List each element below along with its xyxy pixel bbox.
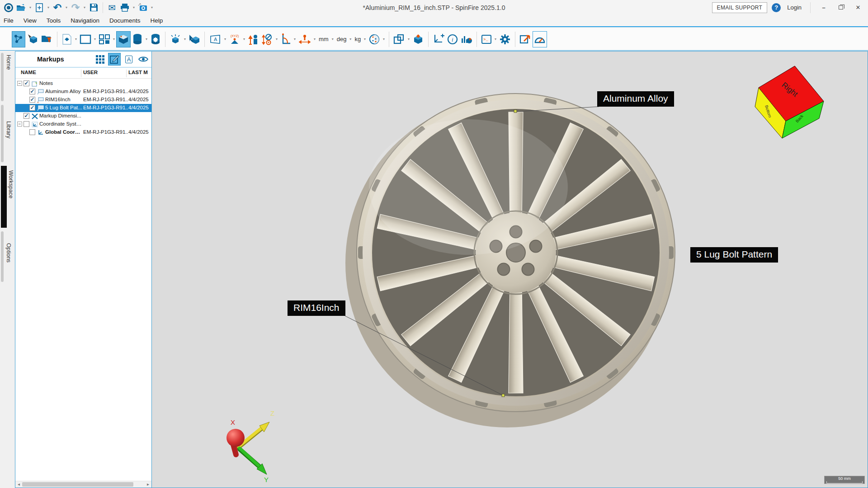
redo-dropdown[interactable]: ▾ [82,5,87,9]
tree-row-coordinate-systems[interactable]: − Coordinate Syste... [15,120,151,128]
save-button[interactable] [88,2,99,14]
email-support-button[interactable]: EMAIL SUPPORT [712,2,768,13]
column-user[interactable]: USER [83,70,98,75]
column-divider[interactable] [126,70,127,77]
geometry-cylinder-button[interactable] [131,31,144,47]
aluminum-checkbox[interactable]: ✓ [29,89,35,94]
rim16-checkbox[interactable]: ✓ [29,97,35,103]
tree-row-notes[interactable]: − ✓ Notes [15,80,151,88]
print-button[interactable] [119,2,131,14]
tree-row-markup-dimensions[interactable]: ✓ Markup Dimensi... [15,112,151,120]
console-dropdown[interactable]: ▾ [493,37,498,41]
3d-viewport[interactable]: Right Bottom Back X Z Y Aluminum Alloy 5 [152,51,868,488]
login-button[interactable]: Login [785,4,803,11]
app-logo-button[interactable] [3,2,14,14]
collapse-expander-icon[interactable]: − [17,81,22,86]
snapshot-button[interactable] [137,2,149,14]
restore-button[interactable] [835,2,847,13]
unit-mass-dropdown[interactable]: ▾ [363,37,367,41]
unit-angle-dropdown[interactable]: ▾ [348,37,353,41]
distance-dropdown[interactable]: ▾ [312,37,317,41]
menu-documents[interactable]: Documents [109,17,140,24]
tab-home[interactable]: Home [0,51,15,103]
redo-button[interactable]: ↷ [70,2,81,14]
unit-angle-label[interactable]: deg [335,36,349,42]
annotation-dropdown[interactable]: ▾ [223,37,227,41]
scrollbar-thumb[interactable] [22,482,133,487]
annotation-rim16inch[interactable]: RIM16Inch [288,300,345,316]
compare-documents-button[interactable] [392,31,406,47]
markup-grid-view-button[interactable] [94,53,106,66]
menu-view[interactable]: View [24,17,37,24]
info-button[interactable]: i [446,31,459,47]
lug-checkbox[interactable]: ✓ [29,105,35,111]
settings-button[interactable] [498,31,512,47]
wheel-3d-model[interactable]: Right Bottom Back X Z Y [152,52,868,488]
background-dropdown[interactable]: ▾ [93,37,97,41]
undo-dropdown[interactable]: ▾ [64,5,69,9]
annotation-aluminum-alloy[interactable]: Aluminum Alloy [597,91,674,107]
snapshot-dropdown[interactable]: ▾ [150,5,154,9]
dimensions-checkbox[interactable]: ✓ [24,113,29,119]
help-button[interactable]: ? [772,3,781,12]
markup-visibility-button[interactable] [137,53,150,66]
coordinate-dropdown[interactable]: ▾ [242,37,246,41]
global-coord-checkbox[interactable] [29,129,35,135]
tab-options[interactable]: Options [0,230,15,284]
new-dropdown[interactable]: ▾ [46,5,51,9]
new-document-button[interactable] [33,2,45,14]
scroll-right-arrow[interactable]: ▸ [145,481,151,488]
add-coordinate-system-button[interactable] [431,31,446,47]
viewport-layout-button[interactable] [97,31,112,47]
collapse-expander-icon[interactable]: − [17,122,22,127]
markup-edit-mode-button[interactable] [108,53,121,66]
menu-tools[interactable]: Tools [47,17,61,24]
tree-row-5-lug-bolt-selected[interactable]: ✓ 5 Lug Bolt Pat... EM-RJ-P1G3-R91... 4/… [15,104,151,112]
console-button[interactable]: >_ [480,31,493,47]
markup-mode-button[interactable] [12,31,25,47]
open-dropdown[interactable]: ▾ [28,5,33,9]
annotation-5-lug-bolt-pattern[interactable]: 5 Lug Bolt Pattern [690,247,778,263]
measure-diameter-button[interactable] [260,31,274,47]
tree-row-rim16inch[interactable]: ✓ RIM16Inch EM-RJ-P1G3-R91... 4/4/2025 [15,96,151,104]
minimize-button[interactable]: – [817,2,830,13]
move-part-button[interactable] [187,31,202,47]
measure-height-button[interactable] [246,31,260,47]
render-mode-dropdown[interactable]: ▾ [74,37,78,41]
print-dropdown[interactable]: ▾ [132,5,136,9]
coordinate-point-button[interactable]: (XYZ) [227,31,242,47]
exploded-view-button[interactable] [168,31,183,47]
orientation-cube[interactable]: Right Bottom Back [755,66,824,138]
select-part-button[interactable] [25,31,40,47]
close-button[interactable]: ✕ [852,2,864,13]
layout-dropdown[interactable]: ▾ [112,37,116,41]
shaded-view-button[interactable] [116,31,131,47]
angle-dropdown[interactable]: ▾ [292,37,297,41]
open-file-button[interactable] [15,2,27,14]
markup-text-button[interactable]: A [123,53,135,66]
cylinder-dropdown[interactable]: ▾ [144,37,149,41]
unit-mass-label[interactable]: kg [353,36,363,42]
dashboard-button[interactable] [533,31,547,47]
column-divider[interactable] [81,70,81,77]
measure-distance-button[interactable] [297,31,312,47]
tree-row-aluminum-alloy[interactable]: ✓ Aluminum Alloy EM-RJ-P1G3-R91... 4/4/2… [15,88,151,96]
render-mode-button[interactable] [60,31,74,47]
material-render-button[interactable] [367,31,382,47]
model-settings-button[interactable] [149,31,162,47]
annotation-view-button[interactable]: A [208,31,223,47]
background-color-button[interactable] [78,31,93,47]
diameter-dropdown[interactable]: ▾ [274,37,279,41]
coordinate-checkbox[interactable] [24,121,29,127]
panel-horizontal-scrollbar[interactable]: ◂ ▸ [15,481,151,488]
compare-dropdown[interactable]: ▾ [406,37,411,41]
tab-library[interactable]: Library [0,103,15,164]
import-capture-button[interactable] [40,31,54,47]
tree-row-global-coordinate[interactable]: Global Coord... EM-RJ-P1G3-R91... 4/4/20… [15,128,151,136]
material-dropdown[interactable]: ▾ [382,37,386,41]
email-document-button[interactable]: ✉ [106,2,118,14]
notes-checkbox[interactable]: ✓ [24,80,29,86]
exploded-dropdown[interactable]: ▾ [183,37,187,41]
column-last-modified[interactable]: LAST M [128,70,148,75]
measure-angle-button[interactable] [279,31,292,47]
